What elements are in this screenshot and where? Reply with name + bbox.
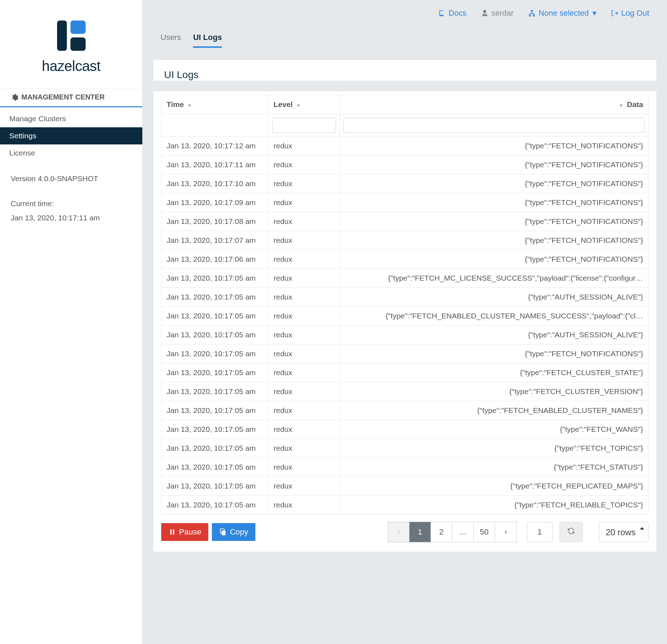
logs-table-wrap: Time ♦ Level ♦ ♦ Data [153, 91, 656, 552]
panel-header: UI Logs [153, 60, 656, 81]
gear-icon [11, 93, 19, 101]
cell-data: {"type":"AUTH_SESSION_ALIVE"} [340, 326, 648, 344]
refresh-button[interactable] [560, 522, 582, 542]
pause-label: Pause [179, 527, 201, 537]
filter-data-input[interactable] [343, 118, 645, 133]
table-row: Jan 13, 2020, 10:17:11 amredux{"type":"F… [162, 155, 648, 174]
cell-level: redux [269, 307, 340, 326]
svg-rect-4 [173, 530, 174, 535]
table-row: Jan 13, 2020, 10:17:12 amredux{"type":"F… [162, 137, 648, 155]
topbar: Docs serdar None selected Log Out [143, 0, 667, 22]
sidebar-section-title: MANAGEMENT CENTER [0, 88, 142, 107]
rows-per-page-select[interactable]: 20 rows [599, 522, 648, 542]
cell-data: {"type":"FETCH_CLUSTER_STATE"} [340, 363, 648, 382]
table-row: Jan 13, 2020, 10:17:05 amredux{"type":"F… [162, 439, 648, 458]
table-row: Jan 13, 2020, 10:17:10 amredux{"type":"F… [162, 174, 648, 193]
page-number-input[interactable] [527, 522, 553, 542]
cell-time: Jan 13, 2020, 10:17:06 am [162, 250, 269, 269]
table-row: Jan 13, 2020, 10:17:05 amredux{"type":"F… [162, 477, 648, 496]
table-row: Jan 13, 2020, 10:17:05 amredux{"type":"A… [162, 326, 648, 344]
cell-time: Jan 13, 2020, 10:17:12 am [162, 137, 269, 155]
table-row: Jan 13, 2020, 10:17:08 amredux{"type":"F… [162, 212, 648, 231]
user-menu[interactable]: serdar [481, 9, 514, 18]
cell-time: Jan 13, 2020, 10:17:05 am [162, 477, 269, 496]
sort-icon: ♦ [297, 102, 300, 108]
book-icon [438, 9, 446, 17]
cell-level: redux [269, 496, 340, 515]
cell-time: Jan 13, 2020, 10:17:09 am [162, 193, 269, 212]
cell-time: Jan 13, 2020, 10:17:05 am [162, 269, 269, 288]
sidebar: hazelcast MANAGEMENT CENTER Manage Clust… [0, 0, 143, 644]
table-row: Jan 13, 2020, 10:17:07 amredux{"type":"F… [162, 231, 648, 250]
svg-rect-3 [170, 530, 172, 535]
cell-level: redux [269, 193, 340, 212]
main: Docs serdar None selected Log Out UsersU… [143, 0, 667, 644]
cell-time: Jan 13, 2020, 10:17:05 am [162, 307, 269, 326]
col-time-header[interactable]: Time ♦ [162, 95, 269, 114]
cell-level: redux [269, 363, 340, 382]
cell-data: {"type":"FETCH_MC_LICENSE_SUCCESS","payl… [340, 269, 648, 288]
cell-data: {"type":"FETCH_NOTIFICATIONS"} [340, 250, 648, 269]
cell-level: redux [269, 326, 340, 344]
cell-time: Jan 13, 2020, 10:17:05 am [162, 458, 269, 477]
cell-data: {"type":"FETCH_CLUSTER_VERSION"} [340, 382, 648, 401]
sidebar-item-manage-clusters[interactable]: Manage Clusters [0, 110, 142, 127]
cell-data: {"type":"FETCH_REPLICATED_MAPS"} [340, 477, 648, 496]
table-row: Jan 13, 2020, 10:17:05 amredux{"type":"F… [162, 401, 648, 420]
cell-level: redux [269, 137, 340, 155]
cell-data: {"type":"FETCH_NOTIFICATIONS"} [340, 155, 648, 174]
docs-label: Docs [449, 9, 467, 18]
tab-users[interactable]: Users [161, 33, 181, 48]
col-level-header[interactable]: Level ♦ [269, 95, 340, 114]
filter-level-input[interactable] [272, 118, 336, 133]
copy-label: Copy [230, 527, 248, 537]
logout-link[interactable]: Log Out [611, 9, 649, 18]
cell-level: redux [269, 174, 340, 193]
cell-data: {"type":"FETCH_NOTIFICATIONS"} [340, 174, 648, 193]
table-bottom-bar: Pause Copy ‹12...50› 20 rows [161, 515, 648, 542]
cell-data: {"type":"FETCH_NOTIFICATIONS"} [340, 231, 648, 250]
cell-level: redux [269, 458, 340, 477]
cell-time: Jan 13, 2020, 10:17:05 am [162, 382, 269, 401]
pager-page: ... [452, 522, 474, 542]
svg-rect-0 [57, 21, 67, 51]
cell-level: redux [269, 439, 340, 458]
cluster-picker[interactable]: None selected [528, 9, 596, 18]
cell-time: Jan 13, 2020, 10:17:11 am [162, 155, 269, 174]
cell-data: {"type":"FETCH_NOTIFICATIONS"} [340, 193, 648, 212]
pause-icon [168, 528, 176, 536]
filter-time-cell [162, 114, 269, 137]
cell-level: redux [269, 231, 340, 250]
pager-page[interactable]: 2 [431, 522, 452, 542]
pager-next[interactable]: › [495, 522, 516, 542]
current-time-value: Jan 13, 2020, 10:17:11 am [11, 211, 132, 225]
refresh-icon [567, 527, 575, 535]
cell-level: redux [269, 269, 340, 288]
pause-button[interactable]: Pause [161, 523, 208, 541]
cell-time: Jan 13, 2020, 10:17:05 am [162, 439, 269, 458]
cluster-picker-label: None selected [539, 9, 589, 18]
cell-data: {"type":"FETCH_NOTIFICATIONS"} [340, 212, 648, 231]
cell-level: redux [269, 288, 340, 307]
sidebar-nav: Manage ClustersSettingsLicense [0, 110, 142, 162]
cell-data: {"type":"FETCH_WANS"} [340, 420, 648, 439]
sidebar-item-license[interactable]: License [0, 144, 142, 162]
table-row: Jan 13, 2020, 10:17:05 amredux{"type":"F… [162, 307, 648, 326]
table-row: Jan 13, 2020, 10:17:05 amredux{"type":"F… [162, 496, 648, 515]
copy-button[interactable]: Copy [212, 523, 255, 541]
cell-time: Jan 13, 2020, 10:17:05 am [162, 344, 269, 363]
tab-ui-logs[interactable]: UI Logs [193, 33, 222, 48]
pager-page[interactable]: 1 [409, 522, 431, 542]
cell-time: Jan 13, 2020, 10:17:08 am [162, 212, 269, 231]
cell-data: {"type":"FETCH_STATUS"} [340, 458, 648, 477]
cell-data: {"type":"FETCH_RELIABLE_TOPICS"} [340, 496, 648, 515]
logout-icon [611, 9, 618, 17]
col-data-header[interactable]: ♦ Data [340, 95, 648, 114]
tabs: UsersUI Logs [143, 22, 667, 48]
section-title-text: MANAGEMENT CENTER [21, 93, 105, 101]
sort-icon: ♦ [620, 102, 622, 108]
pager-page[interactable]: 50 [474, 522, 495, 542]
sidebar-item-settings[interactable]: Settings [0, 127, 142, 144]
pager: ‹12...50› [388, 522, 517, 542]
docs-link[interactable]: Docs [438, 9, 467, 18]
